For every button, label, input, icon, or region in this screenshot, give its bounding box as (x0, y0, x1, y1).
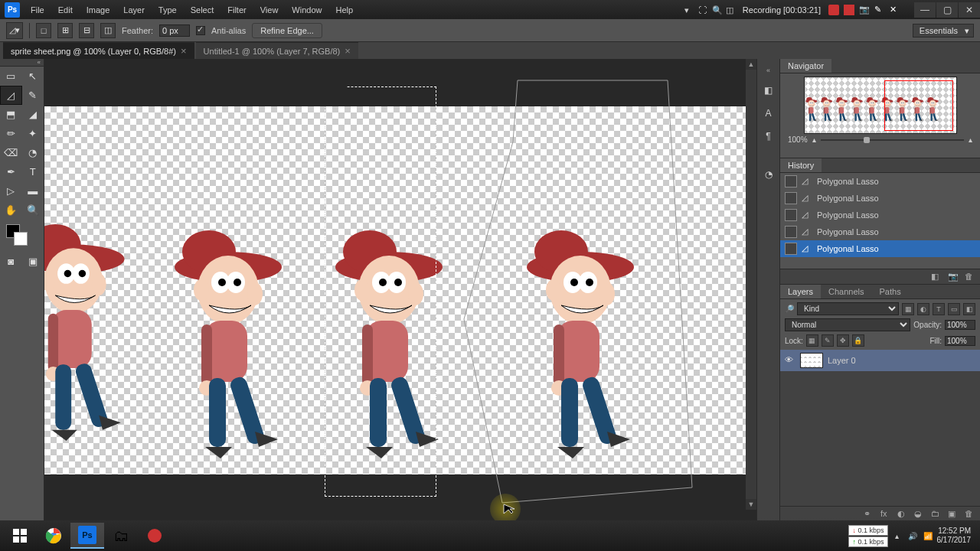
start-button[interactable] (3, 523, 37, 549)
background-swatch[interactable] (14, 232, 28, 246)
active-tool-icon[interactable]: ◿▾ (6, 22, 23, 39)
close-icon[interactable]: × (345, 45, 351, 57)
network-icon[interactable]: 📶 (922, 530, 934, 542)
selection-add-icon[interactable]: ⊞ (57, 23, 73, 38)
refine-edge-button[interactable]: Refine Edge... (252, 23, 322, 38)
folder-icon[interactable]: 🗀 (931, 509, 942, 520)
tool-6[interactable]: ✏ (0, 124, 22, 143)
filter-icon[interactable]: T (933, 303, 945, 315)
tool-3[interactable]: ✎ (22, 86, 44, 105)
close-icon[interactable]: × (181, 45, 187, 57)
selection-subtract-icon[interactable]: ⊟ (79, 23, 94, 38)
toolbox-collapse-icon[interactable]: « (0, 59, 44, 67)
collapse-panels-icon[interactable]: « (766, 67, 770, 74)
navigator-zoom[interactable]: 100% (788, 135, 808, 144)
tool-0[interactable]: ▭ (0, 67, 22, 86)
menu-view[interactable]: View (254, 3, 285, 17)
menu-window[interactable]: Window (286, 3, 328, 17)
record-stop-icon[interactable] (844, 5, 854, 15)
layers-tab[interactable]: Layers (780, 285, 821, 298)
zoom-out-icon[interactable]: ▴ (812, 135, 816, 144)
menu-file[interactable]: File (24, 3, 51, 17)
tool-preset-icon[interactable]: ◔ (762, 168, 776, 181)
filter-icon[interactable]: ◐ (917, 303, 929, 315)
menu-type[interactable]: Type (152, 3, 183, 17)
camera-icon[interactable]: 📷 (859, 5, 870, 15)
filter-icon[interactable]: ▦ (902, 303, 914, 315)
paragraph-panel-icon[interactable]: ¶ (762, 129, 776, 143)
layer-row[interactable]: 👁 Layer 0 (780, 350, 980, 371)
zoom-icon[interactable]: 🔍 (712, 5, 721, 15)
tool-4[interactable]: ⬒ (0, 105, 22, 124)
layer-filter-kind[interactable]: Kind (797, 302, 899, 315)
paths-tab[interactable]: Paths (872, 285, 909, 298)
lock-icon[interactable]: ✎ (822, 334, 834, 347)
new-layer-icon[interactable]: ▣ (948, 509, 959, 520)
history-item[interactable]: ◿Polygonal Lasso (780, 223, 980, 240)
history-item[interactable]: ◿Polygonal Lasso (780, 240, 980, 257)
tool-2[interactable]: ◿ (0, 86, 22, 105)
chrome-icon[interactable] (37, 523, 70, 549)
tool-11[interactable]: T (22, 162, 44, 181)
navigator-thumbnail[interactable] (804, 77, 957, 134)
antialias-checkbox[interactable] (196, 26, 205, 35)
lock-icon[interactable]: 🔒 (852, 334, 864, 347)
selection-intersect-icon[interactable]: ◫ (100, 23, 116, 38)
canvas-area[interactable]: ▲ ▼ (44, 59, 756, 522)
adjustment-icon[interactable]: ◒ (914, 509, 925, 520)
zoom-in-icon[interactable]: ▴ (969, 135, 972, 144)
photoshop-icon[interactable]: Ps (70, 523, 104, 549)
navigator-viewport[interactable] (884, 80, 953, 131)
history-item[interactable]: ◿Polygonal Lasso (780, 190, 980, 207)
tool-13[interactable]: ▬ (22, 181, 44, 201)
link-layers-icon[interactable]: ⚭ (864, 509, 874, 520)
snapshot-icon[interactable]: 📷 (948, 272, 959, 282)
tool-9[interactable]: ◔ (22, 143, 44, 162)
tool-14[interactable]: ✋ (0, 201, 22, 220)
navigator-tab[interactable]: Navigator (780, 59, 831, 73)
tool-15[interactable]: 🔍 (22, 201, 44, 220)
tool-1[interactable]: ↖ (22, 67, 44, 86)
menu-select[interactable]: Select (185, 3, 220, 17)
tray-expand-icon[interactable]: ▴ (891, 530, 903, 542)
record-pause-icon[interactable] (828, 5, 839, 15)
fx-icon[interactable]: fx (880, 509, 891, 520)
zoom-slider[interactable] (821, 139, 964, 141)
visibility-icon[interactable]: 👁 (785, 355, 795, 366)
history-item[interactable]: ◿Polygonal Lasso (780, 207, 980, 223)
tool-8[interactable]: ⌫ (0, 143, 22, 162)
filter-icon[interactable]: ◧ (963, 303, 975, 315)
history-item[interactable]: ◿Polygonal Lasso (780, 173, 980, 190)
clock[interactable]: 12:52 PM6/17/2017 (937, 527, 972, 545)
layer-name[interactable]: Layer 0 (828, 356, 856, 365)
minimize-button[interactable]: — (914, 2, 936, 18)
channels-tab[interactable]: Channels (821, 285, 871, 298)
crop-icon[interactable]: ◫ (726, 5, 735, 15)
pen-icon[interactable]: ✎ (874, 5, 885, 15)
feather-input[interactable] (159, 24, 190, 37)
color-panel-icon[interactable]: ◧ (762, 83, 776, 97)
explorer-icon[interactable]: 🗂 (104, 523, 138, 549)
quickmask-icon[interactable]: ◙ (0, 252, 22, 271)
document-tab-1[interactable]: Untitled-1 @ 100% (Layer 7, RGB/8) × (196, 42, 358, 59)
chevron-down-icon[interactable]: ▾ (684, 5, 694, 15)
menu-image[interactable]: Image (80, 3, 116, 17)
scroll-up-icon[interactable]: ▲ (746, 59, 756, 70)
scroll-down-icon[interactable]: ▼ (746, 499, 756, 510)
canvas[interactable] (44, 106, 755, 474)
lock-icon[interactable]: ✥ (837, 334, 849, 347)
filter-icon[interactable]: ▭ (948, 303, 960, 315)
trash-icon[interactable]: 🗑 (965, 272, 975, 282)
recorder-icon[interactable] (138, 523, 172, 549)
tool-7[interactable]: ✦ (22, 124, 44, 143)
maximize-button[interactable]: ▢ (936, 2, 958, 18)
fill-input[interactable] (945, 336, 975, 346)
tool-5[interactable]: ◢ (22, 105, 44, 124)
fullscreen-icon[interactable]: ⛶ (698, 5, 707, 15)
opacity-input[interactable] (945, 320, 975, 330)
menu-layer[interactable]: Layer (117, 3, 151, 17)
character-panel-icon[interactable]: A (762, 106, 776, 120)
workspace-dropdown[interactable]: Essentials (913, 24, 974, 37)
document-tab-0[interactable]: sprite sheet.png @ 100% (Layer 0, RGB/8#… (3, 42, 194, 59)
close-button[interactable]: ✕ (959, 2, 980, 18)
